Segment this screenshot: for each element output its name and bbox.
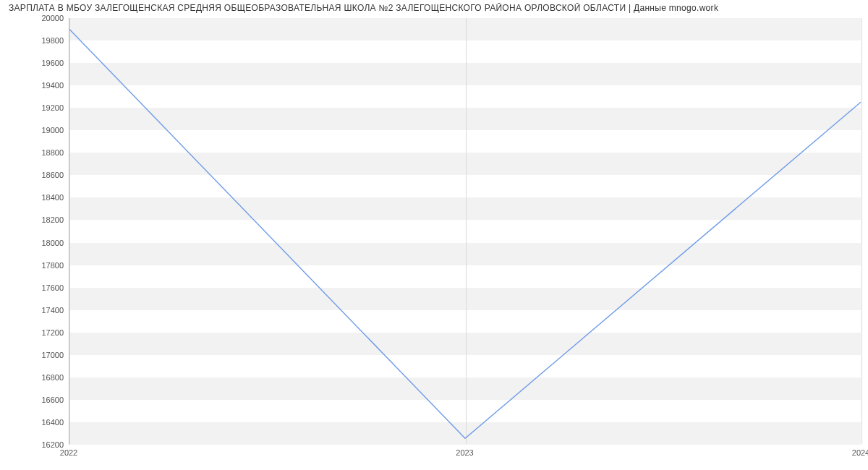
line-layer <box>69 18 861 444</box>
y-tick-label: 18400 <box>20 193 64 202</box>
y-tick-label: 16400 <box>20 418 64 427</box>
y-tick-label: 18000 <box>20 239 64 247</box>
vertical-gridline <box>861 18 862 444</box>
y-tick-label: 19000 <box>20 126 64 134</box>
y-tick-label: 19400 <box>20 81 64 90</box>
y-tick-label: 17600 <box>20 283 64 292</box>
y-tick-label: 16200 <box>20 440 64 449</box>
y-tick-label: 19200 <box>20 103 64 112</box>
x-tick-label: 2022 <box>60 448 77 457</box>
y-tick-label: 17800 <box>20 261 64 270</box>
y-tick-label: 18200 <box>20 215 64 224</box>
x-tick-label: 2024 <box>852 448 868 457</box>
y-tick-label: 20000 <box>20 14 64 22</box>
y-tick-label: 16600 <box>20 396 64 404</box>
plot-area <box>69 18 861 445</box>
salary-line-chart: ЗАРПЛАТА В МБОУ ЗАЛЕГОЩЕНСКАЯ СРЕДНЯЯ ОБ… <box>0 0 868 470</box>
y-tick-label: 17000 <box>20 351 64 359</box>
chart-title: ЗАРПЛАТА В МБОУ ЗАЛЕГОЩЕНСКАЯ СРЕДНЯЯ ОБ… <box>9 3 859 13</box>
x-tick-label: 2023 <box>456 448 473 457</box>
y-tick-label: 19800 <box>20 36 64 45</box>
salary-series-line <box>69 30 861 439</box>
y-tick-label: 19600 <box>20 59 64 67</box>
y-tick-label: 17200 <box>20 328 64 337</box>
y-tick-label: 16800 <box>20 373 64 382</box>
y-tick-label: 17400 <box>20 306 64 315</box>
y-tick-label: 18600 <box>20 171 64 179</box>
y-tick-label: 18800 <box>20 148 64 157</box>
